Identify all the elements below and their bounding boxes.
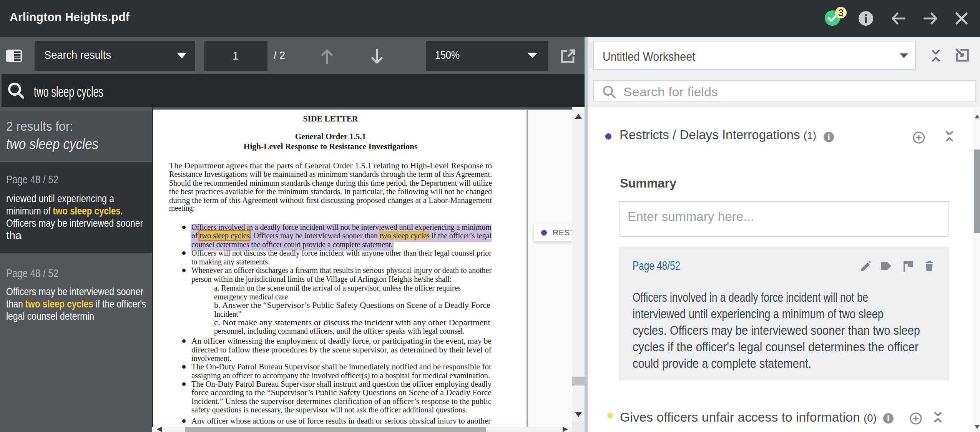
svg-text:3: 3: [838, 7, 844, 18]
